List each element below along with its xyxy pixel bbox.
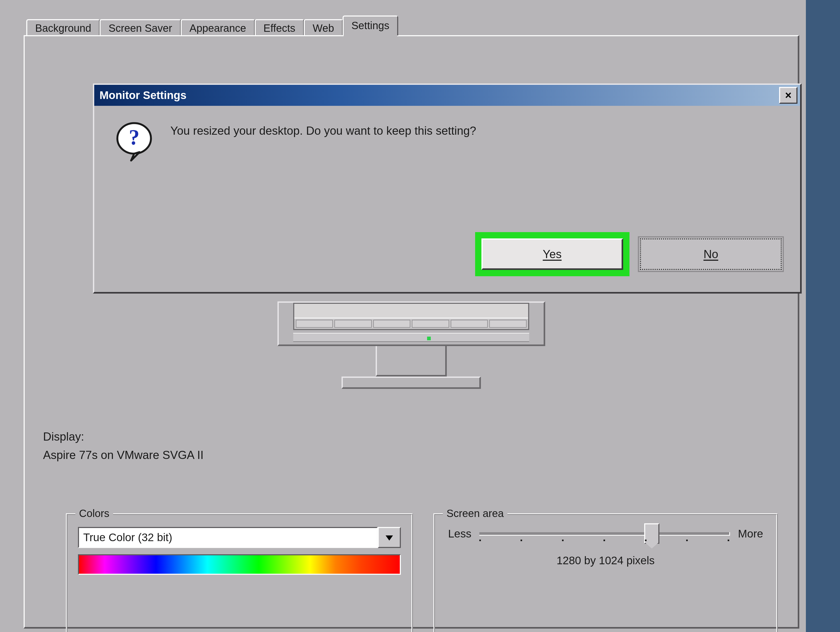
close-icon: × [785,89,792,102]
tab-settings[interactable]: Settings [343,16,398,35]
chevron-down-icon [385,532,393,543]
display-label: Display: [43,427,204,446]
svg-text:?: ? [129,125,140,149]
tab-appearance[interactable]: Appearance [181,19,255,36]
question-icon: ? [115,122,155,166]
yes-button[interactable]: Yes [482,239,623,270]
resolution-value: 1280 by 1024 pixels [435,554,776,567]
tab-web[interactable]: Web [304,19,343,36]
slider-less-label: Less [448,528,471,540]
monitor-settings-dialog: Monitor Settings × ? You resized your de… [93,84,802,294]
screen-area-legend: Screen area [443,507,507,519]
colors-group: Colors True Color (32 bit) [67,514,412,632]
yes-button-label: Yes [543,248,562,261]
tab-strip: Background Screen Saver Appearance Effec… [26,16,398,35]
resolution-slider[interactable] [479,532,730,536]
combo-dropdown-button[interactable] [378,527,401,548]
slider-more-label: More [738,528,763,540]
dialog-titlebar[interactable]: Monitor Settings × [94,85,800,106]
svg-marker-0 [385,536,393,540]
slider-ticks [479,540,729,541]
dialog-message: You resized your desktop. Do you want to… [171,122,476,137]
color-depth-value[interactable]: True Color (32 bit) [78,527,378,548]
yes-button-highlight: Yes [475,232,630,276]
dialog-title: Monitor Settings [99,89,186,102]
screen-area-group: Screen area Less More 1280 by 1024 pixel… [434,514,777,632]
color-depth-combo[interactable]: True Color (32 bit) [78,527,401,548]
settings-tab-page: Display: Aspire 77s on VMware SVGA II Co… [24,35,799,629]
color-spectrum-preview [78,554,401,575]
monitor-preview [273,302,549,389]
colors-legend: Colors [75,507,113,519]
dialog-close-button[interactable]: × [779,87,797,104]
tab-effects[interactable]: Effects [255,19,305,36]
window-right-edge [806,0,840,632]
tab-screen-saver[interactable]: Screen Saver [99,19,181,36]
display-value: Aspire 77s on VMware SVGA II [43,446,204,464]
tab-background[interactable]: Background [26,19,100,36]
no-button[interactable]: No [640,239,782,270]
no-button-label: No [704,248,718,261]
